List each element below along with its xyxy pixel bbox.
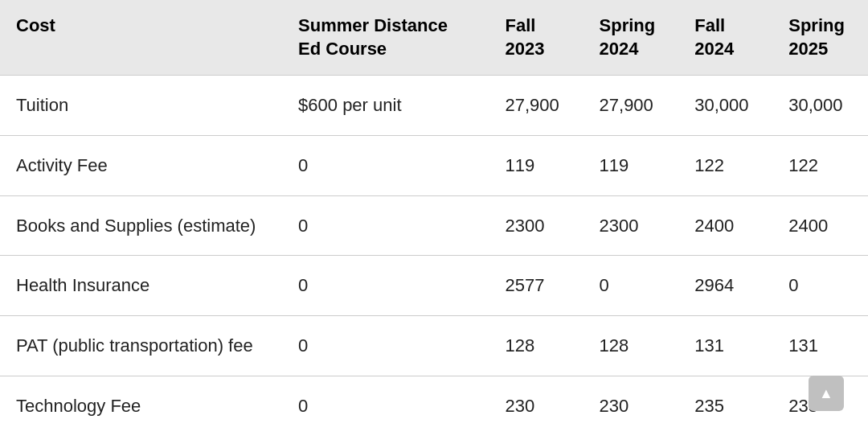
cell-cost: Activity Fee xyxy=(0,135,282,195)
cell-fall2023: 2300 xyxy=(489,195,583,256)
cell-fall2024: 30,000 xyxy=(678,76,772,136)
cell-cost: Health Insurance xyxy=(0,256,282,316)
table-row: Health Insurance02577029640 xyxy=(0,256,868,316)
scroll-to-top-button[interactable] xyxy=(809,376,844,411)
cell-spring2025: 30,000 xyxy=(772,76,868,136)
cell-summer: 0 xyxy=(282,135,489,195)
cell-fall2023: 2577 xyxy=(489,256,583,316)
header-fall2023: Fall 2023 xyxy=(489,0,583,76)
cell-summer: 0 xyxy=(282,315,489,376)
cell-cost: Books and Supplies (estimate) xyxy=(0,195,282,256)
cost-table-container: Cost Summer Distance Ed Course Fall 2023… xyxy=(0,0,868,435)
table-row: Books and Supplies (estimate)02300230024… xyxy=(0,195,868,256)
cell-summer: 0 xyxy=(282,256,489,316)
table-row: PAT (public transportation) fee012812813… xyxy=(0,315,868,376)
cell-fall2023: 27,900 xyxy=(489,76,583,136)
header-spring2024: Spring 2024 xyxy=(583,0,679,76)
cell-spring2024: 128 xyxy=(583,315,679,376)
cell-fall2023: 119 xyxy=(489,135,583,195)
cell-fall2023: 230 xyxy=(489,376,583,435)
cell-spring2024: 27,900 xyxy=(583,76,679,136)
table-header-row: Cost Summer Distance Ed Course Fall 2023… xyxy=(0,0,868,76)
table-row: Tuition$600 per unit27,90027,90030,00030… xyxy=(0,76,868,136)
cell-spring2025: 131 xyxy=(772,315,868,376)
cost-table: Cost Summer Distance Ed Course Fall 2023… xyxy=(0,0,868,435)
cell-cost: PAT (public transportation) fee xyxy=(0,315,282,376)
table-row: Activity Fee0119119122122 xyxy=(0,135,868,195)
cell-fall2024: 131 xyxy=(678,315,772,376)
header-summer: Summer Distance Ed Course xyxy=(282,0,489,76)
cell-spring2025: 0 xyxy=(772,256,868,316)
cell-summer: 0 xyxy=(282,195,489,256)
cell-cost: Technology Fee xyxy=(0,376,282,435)
header-spring2025: Spring 2025 xyxy=(772,0,868,76)
cell-spring2025: 122 xyxy=(772,135,868,195)
cell-fall2024: 235 xyxy=(678,376,772,435)
table-row: Technology Fee0230230235235 xyxy=(0,376,868,435)
cell-spring2024: 0 xyxy=(583,256,679,316)
cell-spring2024: 230 xyxy=(583,376,679,435)
cell-spring2025: 2400 xyxy=(772,195,868,256)
cell-cost: Tuition xyxy=(0,76,282,136)
cell-spring2024: 2300 xyxy=(583,195,679,256)
header-fall2024: Fall 2024 xyxy=(678,0,772,76)
cell-fall2024: 2964 xyxy=(678,256,772,316)
cell-summer: 0 xyxy=(282,376,489,435)
cell-fall2023: 128 xyxy=(489,315,583,376)
cell-fall2024: 2400 xyxy=(678,195,772,256)
header-cost: Cost xyxy=(0,0,282,76)
cell-fall2024: 122 xyxy=(678,135,772,195)
cell-summer: $600 per unit xyxy=(282,76,489,136)
cell-spring2024: 119 xyxy=(583,135,679,195)
